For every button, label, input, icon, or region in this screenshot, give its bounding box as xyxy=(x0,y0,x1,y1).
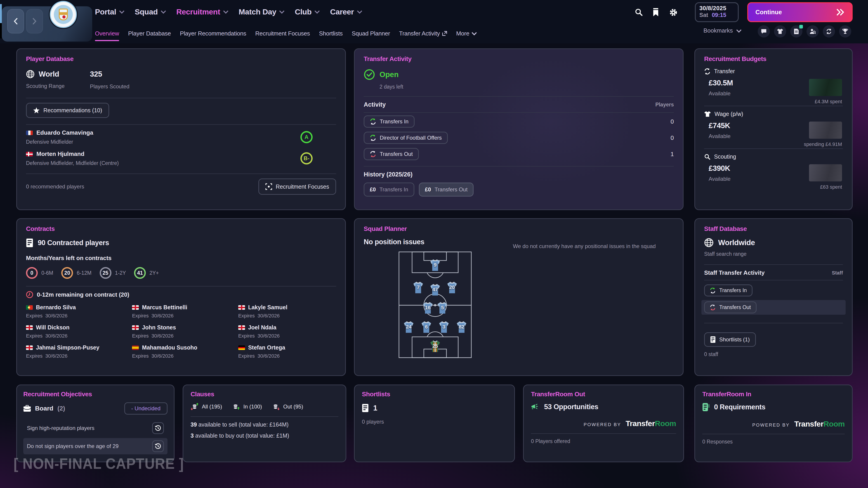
formation-jersey[interactable]: 5 xyxy=(436,301,448,315)
nav-match-day[interactable]: Match Day xyxy=(239,7,283,16)
recruitment-focuses-button[interactable]: Recruitment Focuses xyxy=(258,178,336,195)
clauses-filter-out[interactable]: Out (95) xyxy=(272,403,303,411)
recommended-player-row[interactable]: Morten Hjulmand Defensive Midfielder, Mi… xyxy=(26,151,336,166)
formation-jersey[interactable]: 3 xyxy=(438,320,450,334)
transfers-button[interactable] xyxy=(823,25,835,37)
squad-button[interactable] xyxy=(774,25,786,37)
recruitment-budgets-card[interactable]: Recruitment Budgets Transfer £30.5M Avai… xyxy=(694,48,852,210)
objective-row[interactable]: Do not sign players over the age of 29 xyxy=(23,438,167,454)
staff-transfers-out-row[interactable]: Transfers Out xyxy=(702,300,846,315)
formation-jersey[interactable]: 20 xyxy=(446,281,458,294)
formation-jersey[interactable]: 7 xyxy=(412,281,424,294)
bookmarks-menu[interactable]: Bookmarks xyxy=(704,27,740,34)
clauses-filter-all[interactable]: All (195) xyxy=(191,403,222,411)
board-status-badge[interactable]: - Undecided xyxy=(124,402,167,415)
shortlists-card[interactable]: Shortlists 1 0 players xyxy=(354,385,515,462)
formation-jersey[interactable]: 16 xyxy=(422,301,434,315)
board-count: (2) xyxy=(57,405,65,412)
expiring-player[interactable]: Will Dickson Expires 30/6/2026 xyxy=(26,324,124,339)
powered-by-transferroom: POWERED BY TransferRoom xyxy=(531,419,676,428)
competitions-button[interactable] xyxy=(839,25,851,37)
squad-planner-card[interactable]: Squad Planner No position issues We do n… xyxy=(354,218,684,376)
staff-shortlists-button[interactable]: Shortlists (1) xyxy=(704,332,756,347)
check-circle-icon xyxy=(364,69,375,80)
history-header: History (2025/26) xyxy=(364,171,674,178)
nav-portal[interactable]: Portal xyxy=(95,7,123,16)
formation-jersey[interactable]: 24 xyxy=(403,320,415,334)
club-badge[interactable] xyxy=(50,1,77,28)
search-icon[interactable] xyxy=(635,8,644,17)
position-issues-note: We do not currently have any positional … xyxy=(513,242,669,250)
clauses-filter-in[interactable]: In (100) xyxy=(232,403,262,411)
contracts-card[interactable]: Contracts 90 Contracted players Months/Y… xyxy=(16,218,346,376)
history-transfers-in-chip[interactable]: £0 Transfers In xyxy=(364,183,414,197)
inbox-messages-button[interactable] xyxy=(758,25,770,37)
transferroom-in-card[interactable]: TransferRoom In 0 Requirements POWERED B… xyxy=(694,385,852,462)
gear-icon[interactable] xyxy=(669,8,678,17)
formation-jersey[interactable]: 9 xyxy=(429,258,441,272)
expiring-player[interactable]: Stefan Ortega Expires 30/6/2026 xyxy=(238,344,336,359)
scout-rating-badge: A xyxy=(301,131,313,143)
day-value: Sat xyxy=(700,12,708,18)
staff-transfers-in-row[interactable]: Transfers In xyxy=(702,283,846,298)
subnav-transfer-activity[interactable]: Transfer Activity xyxy=(399,30,447,37)
nav-recruitment[interactable]: Recruitment xyxy=(176,7,227,16)
budget-note: £4.3M spent xyxy=(815,99,842,105)
player-database-card[interactable]: Player Database World Scouting Range 325… xyxy=(16,48,346,210)
subnav-more[interactable]: More xyxy=(456,30,475,37)
trophy-icon xyxy=(842,29,848,34)
subnav-shortlists[interactable]: Shortlists xyxy=(319,30,343,37)
game-date-display[interactable]: 30/8/2025 Sat 09:15 xyxy=(695,2,739,22)
forward-button[interactable] xyxy=(26,9,43,33)
nav-squad[interactable]: Squad xyxy=(135,7,164,16)
reports-button[interactable] xyxy=(790,25,802,37)
continue-button[interactable]: Continue xyxy=(747,2,852,22)
objective-history-button[interactable] xyxy=(152,422,164,434)
nav-club[interactable]: Club xyxy=(295,7,318,16)
clauses-card[interactable]: Clauses All (195) In (100) Out (95) 39 a… xyxy=(183,385,346,462)
history-transfers-out-chip[interactable]: £0 Transfers Out xyxy=(419,183,474,197)
expiring-player[interactable]: Jahmai Simpson-Pusey Expires 30/6/2026 xyxy=(26,344,124,359)
expiring-player[interactable]: Bernardo Silva Expires 30/6/2026 xyxy=(26,304,124,319)
contract-icon xyxy=(26,238,33,248)
subnav-overview[interactable]: Overview xyxy=(95,30,119,37)
expiring-player[interactable]: John Stones Expires 30/6/2026 xyxy=(132,324,230,339)
recommended-player-row[interactable]: Eduardo Camavinga Defensive Midfielder A xyxy=(26,129,336,145)
continue-label: Continue xyxy=(755,9,782,16)
coins-in-icon xyxy=(232,403,240,411)
scouting-button[interactable] xyxy=(807,25,819,37)
subnav-player-database[interactable]: Player Database xyxy=(128,30,171,37)
budget-spend-chart xyxy=(809,164,842,182)
objective-history-button[interactable] xyxy=(152,440,164,452)
card-title: Recruitment Budgets xyxy=(704,55,843,63)
activity-row-transfers-out[interactable]: Transfers Out 1 xyxy=(364,148,674,160)
recruitment-objectives-card[interactable]: Recruitment Objectives Board (2) - Undec… xyxy=(16,385,175,462)
formation-jersey-goalkeeper[interactable]: 25 xyxy=(429,339,441,353)
back-button[interactable] xyxy=(7,9,24,33)
formation-jersey[interactable]: 47 xyxy=(429,283,441,297)
expiring-player[interactable]: Marcus Bettinelli Expires 30/6/2026 xyxy=(132,304,230,319)
germany-flag-icon xyxy=(238,346,245,350)
transferroom-out-card[interactable]: TransferRoom Out 53 Opportunities POWERE… xyxy=(523,385,684,462)
subnav-player-recommendations[interactable]: Player Recommendations xyxy=(180,30,246,37)
objective-row[interactable]: Sign high-reputation players xyxy=(23,420,167,436)
subnav-squad-planner[interactable]: Squad Planner xyxy=(352,30,390,37)
activity-row-dof-offers[interactable]: Director of Football Offers 0 xyxy=(364,132,674,144)
transfer-activity-card[interactable]: Transfer Activity Open 2 days left Activ… xyxy=(354,48,684,210)
staff-database-card[interactable]: Staff Database Worldwide Staff search ra… xyxy=(694,218,852,376)
sub-nav: Overview Player Database Player Recommen… xyxy=(95,24,475,43)
contract-ring-1-2y: 25 xyxy=(100,267,112,279)
activity-row-transfers-in[interactable]: Transfers In 0 xyxy=(364,116,674,128)
expiring-player[interactable]: Lakyle Samuel Expires 30/6/2026 xyxy=(238,304,336,319)
subnav-recruitment-focuses[interactable]: Recruitment Focuses xyxy=(255,30,310,37)
formation-jersey[interactable]: 6 xyxy=(420,320,432,334)
expiring-player[interactable]: Mahamadou Susoho Expires 30/6/2026 xyxy=(132,344,230,359)
card-title: Recruitment Objectives xyxy=(23,391,167,398)
expiring-player[interactable]: Joel Ndala Expires 30/6/2026 xyxy=(238,324,336,339)
player-position: Defensive Midfielder xyxy=(26,139,93,145)
recommendations-button[interactable]: Recommendations (10) xyxy=(26,103,109,118)
nav-career[interactable]: Career xyxy=(330,7,361,16)
formation-jersey[interactable]: 82 xyxy=(456,320,468,334)
england-flag-icon xyxy=(26,325,33,330)
bookmark-icon[interactable] xyxy=(652,8,661,17)
